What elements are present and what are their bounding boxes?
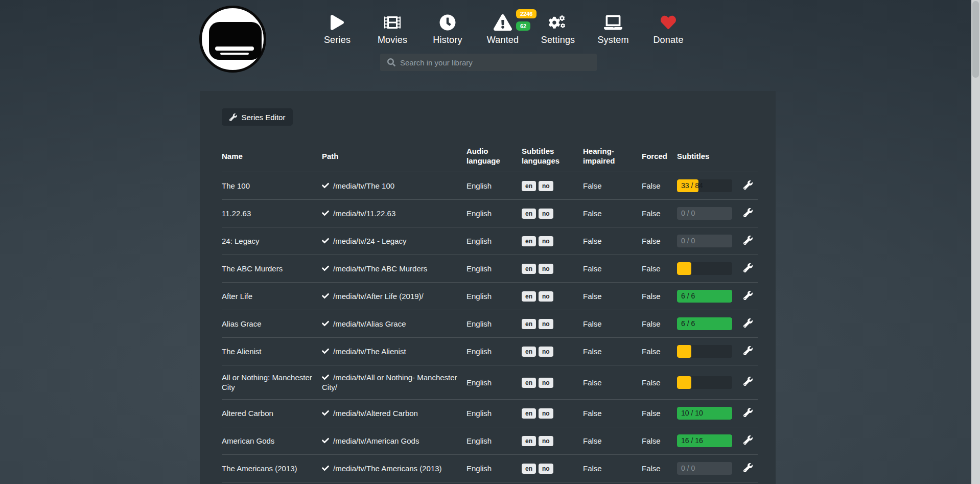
series-name-cell: The Americans (2013) [222,455,322,482]
series-path-text: /media/tv/Alias Grace [333,319,406,328]
forced-cell: False [642,227,677,255]
check-icon [322,319,329,329]
audio-language-cell: English [466,200,522,227]
forced-cell: False [642,200,677,227]
column-header-forced: Forced [642,140,677,172]
hearing-impaired-cell: False [583,255,642,283]
edit-series-button[interactable] [743,377,753,387]
forced-cell: False [642,427,677,455]
series-path-text: /media/tv/The Alienist [333,347,406,356]
column-header-subtitles-languages: Subtitles languages [522,140,583,172]
bazarr-logo[interactable] [199,6,266,73]
edit-series-button[interactable] [743,236,753,246]
scrollbar-thumb[interactable] [972,1,979,78]
check-icon [322,347,329,356]
audio-language-cell: English [466,338,522,365]
nav-item-donate[interactable]: Donate [641,12,696,45]
series-path-cell: /media/tv/After Life (2019)/ [322,283,466,310]
forced-cell: False [642,255,677,283]
check-icon [322,436,329,446]
nav-item-system[interactable]: System [586,12,641,45]
subtitles-languages-cell: enno [522,200,583,227]
series-path-cell: /media/tv/11.22.63 [322,200,466,227]
language-badge: en [522,378,536,388]
language-badge: no [539,181,553,191]
edit-series-button[interactable] [743,346,753,357]
audio-language-cell: English [466,455,522,482]
column-header-audio-language: Audio language [466,140,522,172]
actions-cell [743,482,758,484]
nav-item-movies[interactable]: Movies [365,12,420,45]
wrench-icon [743,408,753,417]
table-row: 24: Legacy /media/tv/24 - Legacy English… [222,227,758,255]
nav-item-settings[interactable]: Settings [530,12,586,45]
nav-item-wanted[interactable]: Wanted 2246 62 [475,12,530,45]
audio-language-cell: English [466,310,522,338]
subtitles-progress-fill [677,345,691,358]
main-nav: Series Movies History Wanted 2246 62 [310,12,696,45]
column-header-hearing-impaired: Hearing-impaired [583,140,642,172]
table-row: The Americans (2013) /media/tv/The Ameri… [222,455,758,482]
subtitles-cell: 16 / 16 [677,427,743,455]
search-input[interactable] [400,58,592,67]
language-badge: no [539,291,553,302]
check-icon [322,291,329,301]
series-path-cell: /media/tv/24 - Legacy [322,227,466,255]
forced-cell: False [642,365,677,400]
table-row: The Alienist /media/tv/The Alienist Engl… [222,338,758,365]
page-scrollbar[interactable] [971,0,980,484]
subtitles-languages-cell: enno [522,227,583,255]
series-name-cell: Another Life (2019) [222,482,322,484]
series-name-cell: American Gods [222,427,322,455]
subtitles-languages-cell: enno [522,310,583,338]
edit-series-button[interactable] [743,318,753,329]
nav-label: Movies [365,35,420,45]
wrench-icon [743,208,753,217]
edit-series-button[interactable] [743,435,753,446]
audio-language-cell: English [466,365,522,400]
series-path-cell: /media/tv/The ABC Murders [322,255,466,283]
subtitles-progress: 6 / 6 [677,317,732,330]
check-icon [322,373,329,382]
subtitles-languages-cell: enno [522,427,583,455]
nav-label: Wanted [475,35,530,45]
language-badge: no [539,264,553,274]
actions-cell [743,400,758,427]
column-header-name: Name [222,140,322,172]
wrench-icon [229,113,237,121]
series-name-cell: Alias Grace [222,310,322,338]
subtitles-cell [677,338,743,365]
subtitles-cell: 10 / 10 [677,482,743,484]
check-icon [322,408,329,418]
series-path-text: /media/tv/American Gods [333,436,419,445]
forced-cell: False [642,482,677,484]
edit-series-button[interactable] [743,408,753,419]
audio-language-cell: English [466,482,522,484]
hearing-impaired-cell: False [583,482,642,484]
hearing-impaired-cell: False [583,455,642,482]
wrench-icon [743,180,753,190]
series-path-cell: /media/tv/Another Life (2019) [322,482,466,484]
language-badge: no [539,209,553,219]
wrench-icon [743,291,753,300]
series-name-cell: The 100 [222,172,322,200]
hearing-impaired-cell: False [583,310,642,338]
language-badge: no [539,319,553,329]
nav-label: Donate [641,35,696,45]
language-badge: en [522,319,536,329]
nav-label: Series [310,35,365,45]
actions-cell [743,227,758,255]
series-path-cell: /media/tv/The Alienist [322,338,466,365]
edit-series-button[interactable] [743,291,753,302]
nav-item-history[interactable]: History [420,12,475,45]
edit-series-button[interactable] [743,463,753,474]
edit-series-button[interactable] [743,180,753,191]
edit-series-button[interactable] [743,208,753,219]
table-row: 11.22.63 /media/tv/11.22.63 English enno… [222,200,758,227]
table-row: All or Nothing: Manchester City /media/t… [222,365,758,400]
nav-item-series[interactable]: Series [310,12,365,45]
series-editor-button[interactable]: Series Editor [222,108,293,126]
forced-cell: False [642,400,677,427]
edit-series-button[interactable] [743,263,753,274]
series-editor-label: Series Editor [242,113,286,122]
